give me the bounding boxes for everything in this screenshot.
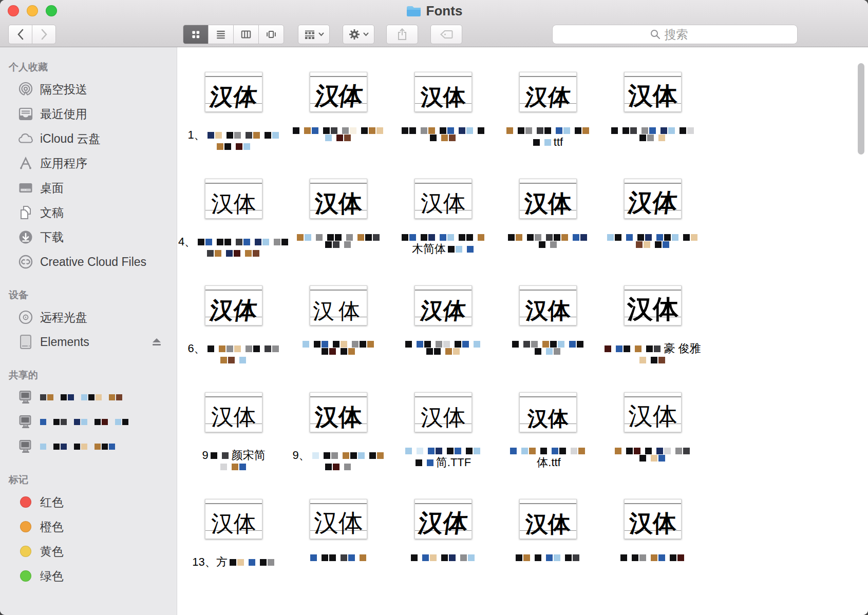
file-name-line1 [405,341,481,348]
sidebar-section-header: 共享的 [0,366,177,385]
redacted-text-mosaic [230,559,275,566]
font-preview-text: 汉体 [627,296,678,322]
preview-guide-line [205,503,262,504]
file-extension-fragment: 体.ttf [537,455,560,470]
file-item[interactable]: 汉体 [600,499,705,561]
file-item[interactable]: 汉体 [286,285,391,355]
sidebar-item-tag-yellow[interactable]: 黄色 [0,539,177,564]
redacted-text-mosaic [533,139,552,146]
file-name-line1 [310,554,367,561]
file-name-line2 [539,241,558,248]
tag-button[interactable] [430,25,462,44]
preview-guide-line [415,183,471,184]
file-item[interactable]: 汉体 [286,179,391,248]
redacted-text-mosaic [312,452,385,459]
file-item[interactable]: 汉体4、 [181,179,286,257]
redacted-text-mosaic [402,127,485,134]
sidebar-item-downloads[interactable]: 下载 [0,225,177,249]
sidebar-item-applications[interactable]: 应用程序 [0,151,177,176]
file-name-line1 [405,448,481,454]
share-button[interactable] [386,25,418,44]
sidebar-item-recents[interactable]: 最近使用 [0,102,177,126]
sidebar-item-icloud[interactable]: iCloud 云盘 [0,126,177,151]
view-column-button[interactable] [233,25,259,44]
file-item[interactable]: 汉体木简体 [391,179,496,257]
file-number-prefix: 9、 [292,448,310,463]
sidebar-item-airdrop[interactable]: 隔空投送 [0,77,177,102]
file-item[interactable]: 汉体体.ttf [496,392,600,470]
preview-guide-line [520,76,576,77]
file-item[interactable]: 汉体简.TTF [391,392,496,470]
file-item[interactable]: 汉体 [600,72,705,141]
sidebar-item-remote-disc[interactable]: 远程光盘 [0,305,177,330]
file-name-line1: 13、方 [192,554,275,570]
view-icon-button[interactable] [183,25,209,44]
desktop-icon [18,180,33,196]
file-item[interactable]: 汉体 [600,392,705,462]
file-item[interactable]: 汉体1、 [181,72,286,150]
group-by-button[interactable] [298,25,330,44]
preview-guide-line [625,396,681,397]
file-item[interactable]: 汉体 [391,285,496,355]
view-gallery-button[interactable] [258,25,284,44]
file-name-line2: 木简体 [412,241,475,257]
sidebar-item-documents[interactable]: 文稿 [0,200,177,225]
preview-guide-line [520,290,576,291]
sidebar-item-desktop[interactable]: 桌面 [0,176,177,200]
sidebar-item-shared-computer-3[interactable] [0,434,177,459]
sidebar-item-elements[interactable]: Elements [0,330,177,354]
sidebar-item-tag-green[interactable]: 绿色 [0,564,177,588]
file-item[interactable]: 汉体ttf [496,72,600,150]
file-item[interactable]: 汉体 [286,72,391,141]
font-preview-text: 汉体 [315,191,362,215]
redacted-text-mosaic [510,448,586,454]
sidebar-item-label: 最近使用 [40,106,87,122]
file-item[interactable]: 汉体 [286,499,391,561]
file-name-line2 [639,455,666,462]
file-name-line2 [535,348,561,355]
back-button[interactable] [8,25,32,44]
file-name-line2 [325,241,352,248]
file-item[interactable]: 汉体13、方 [181,499,286,570]
file-item[interactable]: 汉体6、 [181,285,286,363]
content-scrollbar[interactable] [858,63,864,155]
file-item[interactable]: 汉体 [391,72,496,141]
documents-icon [18,205,33,220]
sidebar-section-tags: 标记红色橙色黄色绿色 [0,470,177,588]
sidebar-item-shared-computer-1[interactable] [0,385,177,410]
eject-button[interactable] [151,337,162,347]
forward-button[interactable] [32,25,56,44]
sidebar-section-favorites: 个人收藏隔空投送最近使用iCloud 云盘应用程序桌面文稿下载Creative … [0,57,177,274]
toolbar: Fonts [0,0,868,47]
search-input[interactable] [665,28,701,42]
preview-guide-line [625,290,681,291]
folder-icon [406,5,422,17]
view-list-button[interactable] [208,25,234,44]
redacted-text-mosaic [40,444,116,450]
redacted-text-mosaic [539,241,558,248]
redacted-text-mosaic [430,134,457,141]
redacted-text-mosaic [325,241,352,248]
file-item[interactable]: 汉体9、 [286,392,391,470]
file-item[interactable]: 汉体9颜宋简 [181,392,286,470]
file-item[interactable]: 汉体 [496,179,600,248]
font-preview-text: 汉体 [524,191,572,215]
sidebar-item-label: 红色 [40,494,64,510]
file-item[interactable]: 汉体豪 俊雅 [600,285,705,363]
file-item[interactable]: 汉体 [600,179,705,248]
file-name-line2 [207,250,260,257]
redacted-text-mosaic [217,143,251,150]
downloads-icon [18,229,33,245]
sidebar-item-tag-orange[interactable]: 橙色 [0,514,177,539]
file-item[interactable]: 汉体 [391,499,496,561]
file-name-line1 [411,554,476,561]
search-field[interactable] [552,25,798,44]
airdrop-icon [18,82,33,97]
sidebar-item-tag-red[interactable]: 红色 [0,490,177,514]
sidebar-item-shared-computer-2[interactable] [0,410,177,434]
sidebar-item-creative-cloud[interactable]: Creative Cloud Files [0,249,177,274]
file-item[interactable]: 汉体 [496,285,600,355]
file-item[interactable]: 汉体 [496,499,600,561]
redacted-text-mosaic [40,419,129,425]
action-button[interactable] [343,25,374,44]
